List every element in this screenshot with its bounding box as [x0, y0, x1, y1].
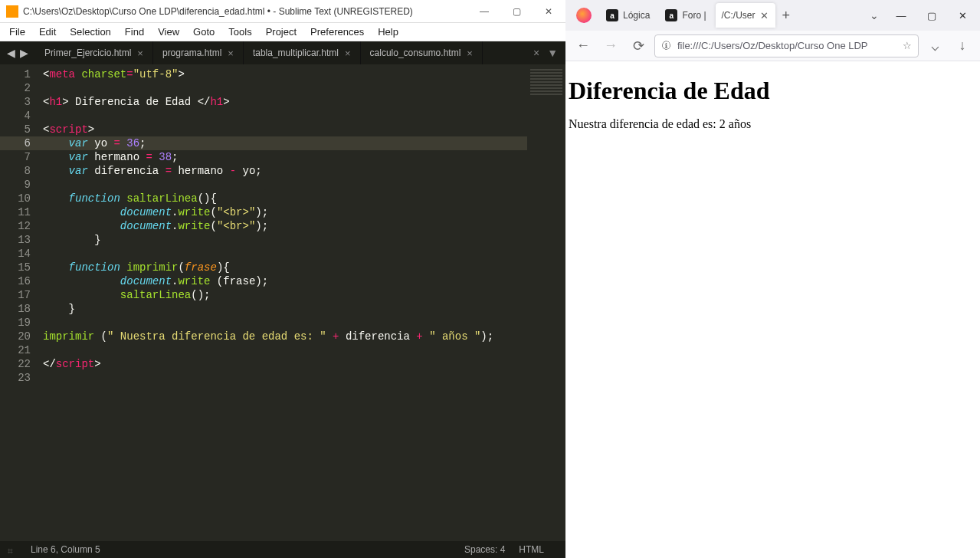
menu-tools[interactable]: Tools — [222, 25, 257, 39]
tab-close-extra-icon[interactable]: × — [529, 47, 544, 59]
tab-list-icon[interactable]: ⌄ — [865, 9, 883, 21]
tab-forward-icon[interactable]: ▶ — [18, 47, 31, 59]
tab-label: /C:/User — [722, 10, 755, 21]
menu-help[interactable]: Help — [372, 25, 405, 39]
firefox-window: a Lógica a Foro | /C:/User ✕ + ⌄ — ▢ ✕ ←… — [565, 0, 980, 558]
sublime-icon — [6, 5, 18, 18]
minimize-button[interactable]: — — [888, 5, 914, 26]
bookmark-star-icon[interactable]: ☆ — [903, 40, 912, 51]
status-cursor-pos[interactable]: Line 6, Column 5 — [31, 544, 100, 555]
status-syntax[interactable]: HTML — [519, 544, 544, 555]
page-paragraph: Nuestra diferencia de edad es: 2 años — [569, 117, 977, 131]
line-gutter: 1234567891011121314151617181920212223 — [0, 64, 38, 541]
tab-label: programa.html — [162, 48, 221, 58]
menu-find[interactable]: Find — [119, 25, 150, 39]
menu-file[interactable]: File — [3, 25, 31, 39]
page-info-icon[interactable]: 🛈 — [661, 40, 671, 51]
sublime-menubar: File Edit Selection Find View Goto Tools… — [0, 23, 565, 41]
tab-history-arrows: ◀ ▶ — [0, 41, 35, 64]
firefox-toolbar: ← → ⟳ 🛈 file:///C:/Users/Oz/Desktop/Curs… — [565, 31, 980, 61]
status-indent[interactable]: Spaces: 4 — [464, 544, 505, 555]
sublime-window-controls: — ▢ ✕ — [474, 6, 559, 17]
tab-overflow-icon[interactable]: ▼ — [544, 47, 561, 59]
file-tab[interactable]: programa.html × — [153, 41, 244, 64]
nav-forward-icon[interactable]: → — [599, 34, 622, 57]
tab-label: Foro | — [682, 10, 706, 21]
favicon-icon: a — [665, 9, 677, 21]
minimize-button[interactable]: — — [474, 6, 495, 17]
page-heading: Diferencia de Edad — [569, 77, 977, 105]
maximize-button[interactable]: ▢ — [506, 6, 527, 17]
close-button[interactable]: ✕ — [538, 6, 559, 17]
tab-close-icon[interactable]: × — [228, 48, 234, 59]
menu-view[interactable]: View — [152, 25, 185, 39]
file-tab[interactable]: calculo_consumo.html × — [361, 41, 483, 64]
menu-edit[interactable]: Edit — [33, 25, 62, 39]
browser-tab-active[interactable]: /C:/User ✕ — [716, 3, 775, 28]
tab-close-icon[interactable]: × — [137, 48, 143, 59]
sublime-title: C:\Users\Oz\Desktop\Curso One LDP\difere… — [23, 6, 474, 17]
menu-goto[interactable]: Goto — [187, 25, 221, 39]
url-bar[interactable]: 🛈 file:///C:/Users/Oz/Desktop/Curso One … — [654, 34, 919, 57]
browser-tab[interactable]: a Lógica — [600, 3, 657, 28]
file-tab[interactable]: Primer_Ejercicio.html × — [35, 41, 153, 64]
browser-tab[interactable]: a Foro | — [659, 3, 713, 28]
tab-close-icon[interactable]: × — [467, 48, 473, 59]
code-area[interactable]: <meta charset="utf-8"> <h1> Diferencia d… — [38, 64, 527, 541]
minimap[interactable] — [527, 64, 565, 541]
sublime-window: C:\Users\Oz\Desktop\Curso One LDP\difere… — [0, 0, 565, 558]
statusbar-grip-icon: ⌗ — [8, 546, 17, 553]
sublime-titlebar: C:\Users\Oz\Desktop\Curso One LDP\difere… — [0, 0, 565, 23]
tab-close-icon[interactable]: ✕ — [760, 10, 769, 21]
page-content: Diferencia de Edad Nuestra diferencia de… — [565, 61, 980, 558]
tab-label: tabla_multiplicar.html — [253, 48, 339, 58]
tab-label: calculo_consumo.html — [370, 48, 461, 58]
new-tab-button[interactable]: + — [776, 8, 797, 24]
firefox-logo-icon[interactable] — [576, 8, 592, 23]
menu-project[interactable]: Project — [260, 25, 303, 39]
tab-close-icon[interactable]: × — [345, 48, 351, 59]
file-tab[interactable]: tabla_multiplicar.html × — [244, 41, 361, 64]
sublime-tabbar: ◀ ▶ Primer_Ejercicio.html × programa.htm… — [0, 41, 565, 64]
menu-preferences[interactable]: Preferences — [304, 25, 370, 39]
downloads-icon[interactable]: ↓ — [951, 34, 974, 57]
favicon-icon: a — [606, 9, 618, 21]
menu-selection[interactable]: Selection — [64, 25, 116, 39]
firefox-window-controls: — ▢ ✕ — [883, 5, 980, 26]
editor-area: 1234567891011121314151617181920212223 <m… — [0, 64, 565, 541]
reload-icon[interactable]: ⟳ — [627, 34, 650, 57]
tab-label: Lógica — [623, 10, 650, 21]
tab-back-icon[interactable]: ◀ — [5, 47, 18, 59]
close-button[interactable]: ✕ — [949, 5, 975, 26]
firefox-tabbar: a Lógica a Foro | /C:/User ✕ + ⌄ — ▢ ✕ — [565, 0, 980, 31]
pocket-icon[interactable]: ⌵ — [923, 34, 946, 57]
tab-label: Primer_Ejercicio.html — [44, 48, 131, 58]
sublime-statusbar: ⌗ Line 6, Column 5 Spaces: 4 HTML — [0, 541, 565, 558]
url-text: file:///C:/Users/Oz/Desktop/Curso One LD… — [677, 40, 898, 51]
maximize-button[interactable]: ▢ — [919, 5, 945, 26]
nav-back-icon[interactable]: ← — [572, 34, 595, 57]
